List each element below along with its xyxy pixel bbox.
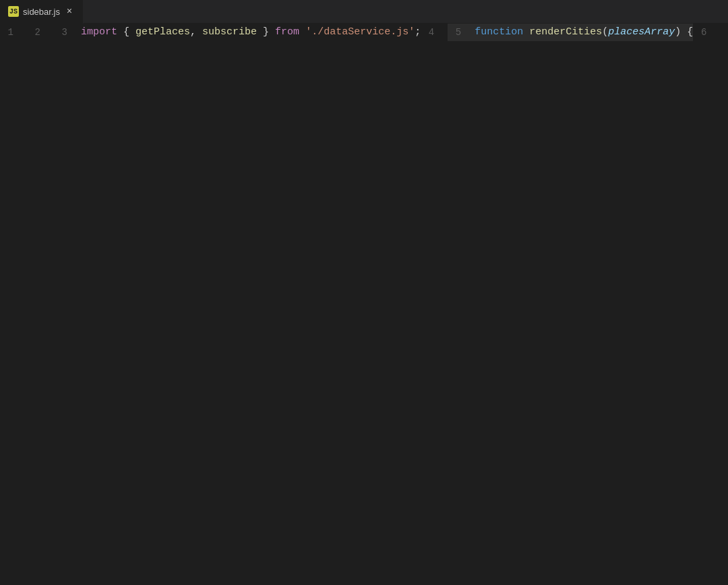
token-plain: ;	[415, 26, 421, 38]
line-code: // Get the element for rendering the cit…	[720, 24, 728, 41]
line-number: 4	[421, 24, 448, 41]
js-icon: JS	[8, 6, 19, 17]
token-plain: ,	[190, 26, 202, 38]
token-str: './dataService.js'	[305, 26, 415, 38]
token-fn: renderCities	[529, 26, 602, 38]
line-2: 2	[27, 24, 54, 41]
line-5: 5function renderCities(placesArray) {	[448, 24, 693, 41]
line-number: 1	[0, 24, 27, 41]
line-6: 6 // Get the element for rendering the c…	[693, 24, 728, 41]
token-plain: ) {	[675, 26, 693, 38]
token-plain	[299, 26, 305, 38]
token-fn: getPlaces	[135, 26, 190, 38]
token-plain: (	[602, 26, 608, 38]
line-number: 3	[54, 24, 81, 41]
token-comment: // Get the element for rendering the cit…	[720, 26, 728, 38]
token-kw-import: from	[275, 26, 299, 38]
tab-close-button[interactable]: ×	[64, 6, 75, 17]
line-number: 2	[27, 24, 54, 41]
line-number: 5	[448, 24, 475, 41]
line-number: 6	[693, 24, 720, 41]
token-fn: subscribe	[202, 26, 257, 38]
tab-filename: sidebar.js	[23, 7, 60, 17]
token-kw: function	[475, 26, 523, 38]
line-4: 4	[421, 24, 448, 41]
editor-container: JS sidebar.js × 123import { getPlaces, s…	[0, 0, 728, 585]
token-param: placesArray	[608, 26, 675, 38]
tab-sidebar-js[interactable]: JS sidebar.js ×	[0, 0, 84, 24]
token-plain: }	[257, 26, 275, 38]
line-code: function renderCities(placesArray) {	[475, 24, 693, 41]
tab-bar: JS sidebar.js ×	[0, 0, 728, 24]
token-plain: {	[117, 26, 135, 38]
line-code: import { getPlaces, subscribe } from './…	[81, 24, 421, 41]
token-plain	[523, 26, 529, 38]
editor-area[interactable]: 123import { getPlaces, subscribe } from …	[0, 24, 728, 585]
line-3: 3import { getPlaces, subscribe } from '.…	[54, 24, 421, 41]
line-1: 1	[0, 24, 27, 41]
token-kw-import: import	[81, 26, 117, 38]
